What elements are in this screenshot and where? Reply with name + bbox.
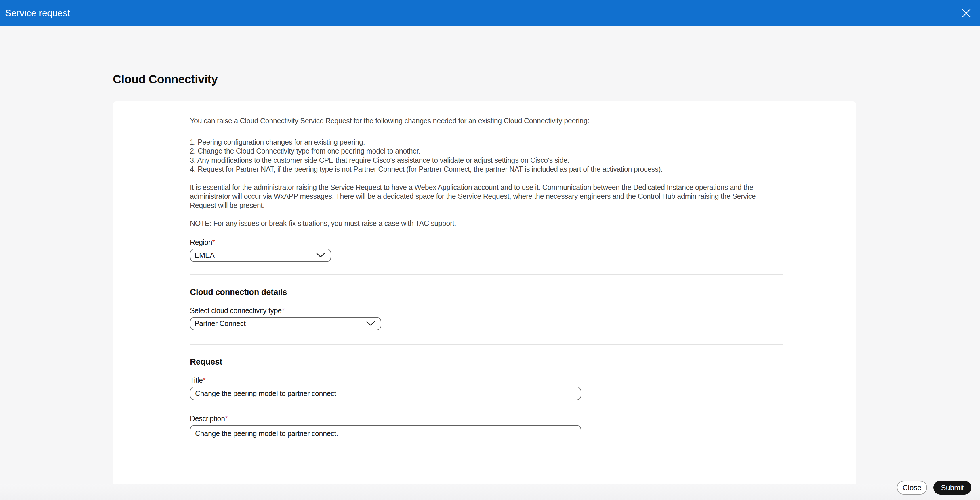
- section-divider: [190, 275, 783, 275]
- section-divider: [190, 344, 783, 345]
- chevron-down-icon: [366, 321, 375, 326]
- title-label: Title*: [190, 376, 783, 385]
- connectivity-type-label-text: Select cloud connectivity type: [190, 307, 282, 315]
- description-textarea[interactable]: Change the peering model to partner conn…: [190, 425, 581, 485]
- title-required-asterisk: *: [203, 376, 205, 384]
- intro-list: 1. Peering configuration changes for an …: [190, 138, 783, 174]
- close-button[interactable]: Close: [897, 481, 927, 495]
- intro-note: NOTE: For any issues or break-fix situat…: [190, 219, 783, 228]
- close-icon[interactable]: [960, 6, 972, 19]
- service-request-card: You can raise a Cloud Connectivity Servi…: [113, 101, 856, 484]
- connectivity-type-required-asterisk: *: [282, 307, 284, 315]
- intro-admin-paragraph: It is essential for the administrator ra…: [190, 183, 783, 210]
- modal-title: Service request: [5, 8, 70, 18]
- description-label-text: Description: [190, 414, 225, 423]
- submit-button[interactable]: Submit: [933, 481, 971, 495]
- intro-lead: You can raise a Cloud Connectivity Servi…: [190, 117, 783, 126]
- region-label: Region*: [190, 238, 783, 247]
- region-select-value: EMEA: [194, 251, 215, 259]
- intro-list-item-4: 4. Request for Partner NAT, if the peeri…: [190, 165, 783, 174]
- region-select[interactable]: EMEA: [190, 249, 331, 262]
- connectivity-type-select[interactable]: Partner Connect: [190, 317, 381, 331]
- description-label: Description*: [190, 414, 783, 423]
- title-input[interactable]: [190, 387, 581, 400]
- footer-buttons: Close Submit: [897, 481, 971, 495]
- intro-list-item-1: 1. Peering configuration changes for an …: [190, 138, 783, 147]
- chevron-down-icon: [316, 253, 325, 258]
- connectivity-type-select-value: Partner Connect: [194, 319, 246, 328]
- intro-list-item-2: 2. Change the Cloud Connectivity type fr…: [190, 147, 783, 156]
- cloud-connection-section-title: Cloud connection details: [190, 287, 783, 297]
- footer-bar: [0, 484, 980, 500]
- connectivity-type-label: Select cloud connectivity type*: [190, 306, 783, 315]
- description-required-asterisk: *: [225, 414, 228, 423]
- region-label-text: Region: [190, 238, 212, 246]
- region-required-asterisk: *: [212, 238, 215, 246]
- request-section-title: Request: [190, 357, 783, 367]
- modal-header: Service request: [0, 0, 980, 26]
- x-close-icon: [962, 9, 971, 18]
- title-label-text: Title: [190, 376, 203, 384]
- intro-list-item-3: 3. Any modifications to the customer sid…: [190, 156, 783, 165]
- page-title: Cloud Connectivity: [113, 73, 218, 86]
